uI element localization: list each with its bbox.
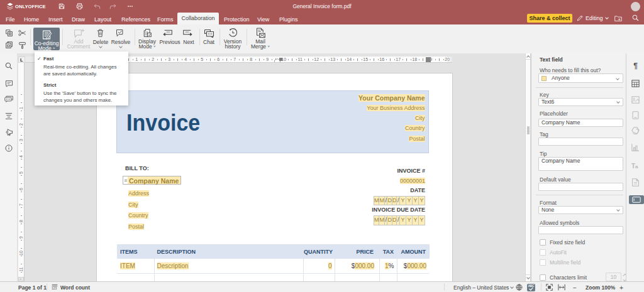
svg-text:123: 123: [52, 286, 57, 290]
